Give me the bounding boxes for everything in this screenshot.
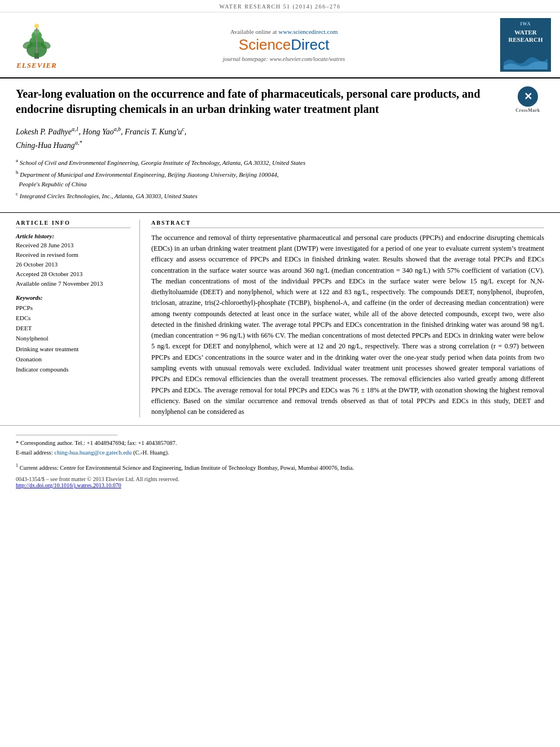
article-info-column: ARTICLE INFO Article history: Received 2… [16,220,140,418]
affiliations: a School of Civil and Environmental Engi… [16,156,544,200]
iwa-label: IWA [520,21,531,27]
history-label: Article history: [16,233,130,239]
abstract-column: ABSTRACT The occurrence and removal of t… [140,220,544,418]
doi-link[interactable]: http://dx.doi.org/10.1016/j.watres.2013.… [16,482,121,488]
footnote-1: 1 Current address: Centre for Environmen… [16,462,544,473]
kw-edcs: EDCs [16,313,130,323]
available-online: Available online at www.sciencedirect.co… [230,28,338,35]
elsevier-label: ELSEVIER [16,61,57,70]
crossmark-label: CrossMark [515,108,540,114]
water-research-graphic [504,46,548,69]
water-research-logo: IWA WATERRESEARCH [500,18,551,72]
crossmark-icon: ✕ [518,86,538,107]
journal-bar: WATER RESEARCH 51 (2014) 266–276 [0,0,560,12]
kw-nonylphenol: Nonylphenol [16,333,130,343]
sciencedirect-url[interactable]: www.sciencedirect.com [278,28,338,35]
corresponding-author: * Corresponding author. Tel.: +1 4048947… [16,439,544,458]
available-online-date: Available online 7 November 2013 [16,279,130,289]
keywords-group: Keywords: PPCPs EDCs DEET Nonylphenol Dr… [16,294,130,374]
header-area: ELSEVIER Available online at www.science… [0,12,560,78]
kw-ppcps: PPCPs [16,303,130,313]
header-middle: Available online at www.sciencedirect.co… [68,28,500,62]
footer-notes: * Corresponding author. Tel.: +1 4048947… [0,425,560,494]
keywords-label: Keywords: [16,294,130,301]
kw-drinking-water: Drinking water treatment [16,344,130,354]
revised-date: 26 October 2013 [16,260,130,269]
abstract-text: The occurrence and removal of thirty rep… [151,233,544,418]
affiliation-c: c Integrated Circles Technologies, Inc.,… [16,190,544,201]
article-info-label: ARTICLE INFO [16,220,130,228]
water-research-title: WATERRESEARCH [508,29,542,43]
svg-point-6 [34,24,39,28]
article-title: Year-long evaluation on the occurrence a… [16,86,544,117]
revised-label: Received in revised form [16,250,130,260]
authors: Lokesh P. Padhyea,1, Hong Yaoa,b, Franci… [16,125,544,152]
copyright-line: 0043-1354/$ – see front matter © 2013 El… [16,476,544,482]
article-main: Year-long evaluation on the occurrence a… [0,78,560,212]
kw-ozonation: Ozonation [16,354,130,364]
journal-citation: WATER RESEARCH 51 (2014) 266–276 [219,3,340,10]
received-date: Received 28 June 2013 [16,241,130,250]
footer-divider [16,435,117,435]
crossmark-badge: ✕ CrossMark [511,86,544,114]
two-column-section: ARTICLE INFO Article history: Received 2… [0,213,560,418]
abstract-label: ABSTRACT [151,220,544,228]
elsevier-logo: ELSEVIER [6,20,68,70]
affiliation-b: b Department of Municipal and Environmen… [16,168,544,190]
kw-indicator: Indicator compounds [16,364,130,374]
doi-line: http://dx.doi.org/10.1016/j.watres.2013.… [16,482,544,488]
email-link[interactable]: ching-hua.huang@ce.gatech.edu [54,449,132,456]
affiliation-a: a School of Civil and Environmental Engi… [16,156,544,168]
wave-icon [504,46,548,69]
accepted-date: Accepted 28 October 2013 [16,269,130,279]
elsevier-tree-icon [14,20,59,60]
article-history-group: Article history: Received 28 June 2013 R… [16,233,130,289]
sciencedirect-logo: ScienceDirect [239,36,329,54]
kw-deet: DEET [16,323,130,333]
page-wrapper: WATER RESEARCH 51 (2014) 266–276 ELSEVIE… [0,0,560,747]
journal-homepage: journal homepage: www.elsevier.com/locat… [223,56,345,62]
